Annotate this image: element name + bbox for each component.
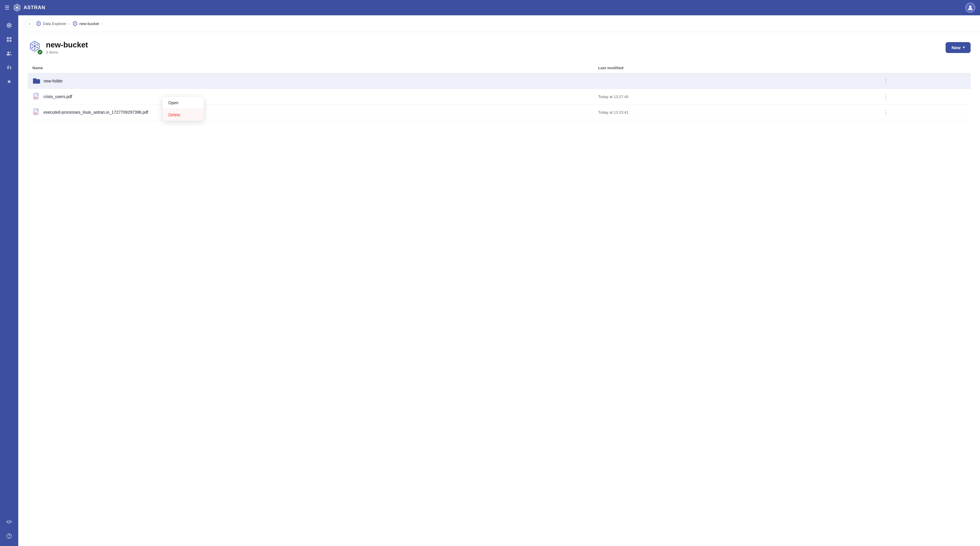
table-header: Name Last modified — [28, 63, 970, 73]
svg-point-38 — [73, 22, 74, 23]
verified-badge — [38, 50, 42, 54]
svg-point-32 — [74, 23, 76, 24]
logo-text: ASTRAN — [24, 5, 45, 11]
back-button[interactable]: ‹ — [25, 19, 33, 28]
svg-point-30 — [37, 22, 38, 23]
file-name: crisis_users.pdf — [43, 94, 72, 99]
svg-point-8 — [15, 6, 16, 7]
svg-point-24 — [38, 23, 40, 24]
menu-icon[interactable]: ☰ — [5, 5, 10, 11]
svg-rect-16 — [7, 40, 9, 42]
sidebar-item-code[interactable] — [3, 516, 16, 528]
svg-text:PDF: PDF — [34, 112, 37, 114]
row-more-button[interactable]: ⋮ — [881, 93, 891, 101]
svg-rect-14 — [7, 37, 9, 39]
folder-icon — [32, 77, 41, 85]
file-name: executed-processes_louis_astran.io_17277… — [43, 110, 148, 115]
row-more-button[interactable]: ⋮ — [881, 77, 891, 85]
breadcrumb-sep-2: › — [101, 21, 102, 26]
svg-point-6 — [17, 10, 18, 10]
sidebar-item-users[interactable] — [3, 47, 16, 60]
svg-point-35 — [76, 24, 76, 25]
file-modified: Today at 13:15:41 — [598, 110, 628, 115]
chevron-down-icon: ▾ — [963, 45, 965, 49]
context-menu-delete[interactable]: Delete — [162, 109, 204, 121]
breadcrumb-bar: ‹ Data Explorer › — [18, 15, 980, 32]
svg-point-42 — [34, 43, 35, 44]
topbar: ☰ ASTRAN — [0, 0, 980, 15]
breadcrumb-new-bucket-label: new-bucket — [80, 21, 99, 26]
svg-point-29 — [37, 24, 38, 25]
svg-point-41 — [33, 45, 36, 48]
col-header-actions — [877, 63, 970, 73]
breadcrumb-data-explorer-label: Data Explorer — [43, 21, 66, 26]
svg-point-18 — [7, 51, 9, 53]
sidebar-item-grid[interactable] — [3, 19, 16, 32]
page-header: new-bucket 3 items New ▾ — [28, 40, 970, 54]
svg-point-46 — [32, 47, 33, 48]
context-menu: Open Delete — [162, 97, 204, 121]
svg-point-7 — [15, 8, 16, 9]
svg-point-44 — [37, 47, 38, 48]
pdf-icon: PDF — [32, 108, 41, 117]
svg-point-26 — [40, 22, 40, 23]
sidebar-item-fingerprint[interactable] — [3, 61, 16, 74]
svg-point-5 — [19, 8, 19, 9]
svg-rect-15 — [10, 37, 11, 39]
svg-point-3 — [17, 5, 18, 6]
file-modified: Today at 13:27:40 — [598, 94, 628, 99]
breadcrumb-sep-1: › — [68, 21, 70, 26]
svg-line-20 — [9, 520, 10, 524]
main-content: ‹ Data Explorer › — [18, 15, 980, 546]
breadcrumb-new-bucket[interactable]: new-bucket — [72, 21, 99, 26]
svg-point-22 — [9, 537, 10, 538]
new-button[interactable]: New ▾ — [945, 42, 970, 53]
file-name: new-folder — [43, 79, 63, 83]
svg-point-43 — [37, 44, 38, 45]
svg-point-19 — [10, 52, 11, 53]
sidebar-item-help[interactable] — [3, 530, 16, 543]
svg-point-2 — [16, 7, 18, 8]
svg-point-33 — [75, 22, 75, 22]
svg-point-47 — [32, 44, 33, 45]
bucket-info: new-bucket 3 items — [46, 40, 88, 54]
file-name-cell: new-folder — [32, 77, 589, 85]
svg-point-27 — [40, 24, 40, 25]
sidebar-item-plugins[interactable] — [3, 75, 16, 88]
svg-point-4 — [19, 6, 19, 7]
context-menu-open[interactable]: Open — [162, 97, 204, 109]
file-name-cell: PDF executed-processes_louis_astran.io_1… — [32, 108, 589, 117]
sidebar-item-dashboard[interactable] — [3, 33, 16, 46]
page-content: new-bucket 3 items New ▾ Name Last modif… — [18, 32, 980, 546]
svg-point-9 — [969, 6, 972, 8]
col-header-name: Name — [28, 63, 593, 73]
svg-point-36 — [75, 25, 75, 26]
data-explorer-icon — [36, 21, 41, 26]
breadcrumb-data-explorer[interactable]: Data Explorer — [36, 21, 66, 26]
user-avatar[interactable] — [965, 3, 975, 13]
bucket-icon-container — [28, 40, 42, 54]
svg-text:PDF: PDF — [34, 97, 37, 99]
row-more-button[interactable]: ⋮ — [881, 108, 891, 117]
page-header-left: new-bucket 3 items — [28, 40, 88, 54]
bucket-item-count: 3 items — [46, 50, 88, 54]
table-row[interactable]: new-folder ⋮ — [28, 73, 970, 89]
pdf-icon: PDF — [32, 93, 41, 101]
sidebar — [0, 15, 18, 546]
astran-logo-icon — [13, 3, 21, 12]
svg-point-37 — [73, 24, 74, 25]
svg-point-25 — [38, 22, 39, 22]
file-name-cell: PDF crisis_users.pdf — [32, 93, 589, 101]
svg-point-28 — [38, 25, 39, 26]
col-header-modified: Last modified — [593, 63, 876, 73]
logo: ASTRAN — [13, 3, 45, 12]
bucket-title: new-bucket — [46, 40, 88, 49]
svg-rect-17 — [10, 40, 11, 42]
bucket-breadcrumb-icon — [72, 21, 78, 26]
svg-point-45 — [34, 49, 35, 50]
svg-point-34 — [76, 22, 76, 23]
